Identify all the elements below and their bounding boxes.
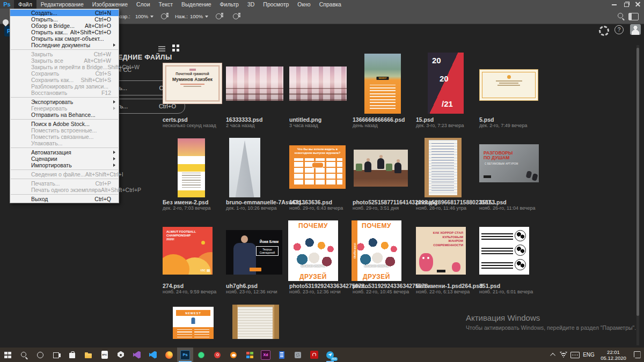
flow-dropdown-icon[interactable]	[205, 16, 208, 18]
menu-item[interactable]: Экспортировать	[10, 99, 119, 105]
scrollbar[interactable]	[636, 45, 639, 345]
menu-item[interactable]: Отправить на Behance...	[10, 112, 119, 118]
tray-chevron-up-icon[interactable]	[548, 348, 558, 362]
utility-app-icon[interactable]	[290, 348, 306, 362]
touch-keyboard-icon[interactable]	[569, 348, 581, 362]
firefox-icon[interactable]	[161, 348, 177, 362]
epic-games-icon[interactable]: EPIC	[97, 348, 113, 362]
file-thumbnail[interactable]	[289, 67, 347, 101]
grid-view-icon[interactable]	[172, 45, 179, 51]
android-studio-icon[interactable]	[193, 348, 209, 362]
file-thumbnail[interactable]: NEWEST	[364, 54, 401, 114]
menubar-item[interactable]: 3D	[243, 0, 259, 9]
restore-icon[interactable]	[620, 0, 632, 9]
file-thumbnail[interactable]: 20 20 /21	[428, 53, 464, 114]
file-thumbnail[interactable]: ПОЧЕМУ ВАЖНО ИМЕТЬ ДРУЗЕЙ theNewest	[352, 220, 401, 281]
file-thumbnail[interactable]	[229, 138, 260, 197]
file-thumbnail[interactable]: NEWEST	[173, 307, 214, 339]
adobe-xd-icon[interactable]: Xd	[258, 348, 274, 362]
file-name[interactable]: 5.psd	[479, 116, 494, 123]
calculator-icon[interactable]	[274, 348, 290, 362]
file-name[interactable]: 35153.psd	[479, 199, 507, 205]
file-explorer-icon[interactable]	[80, 348, 97, 362]
menu-item[interactable]: ВыходCtrl+Q	[10, 196, 119, 202]
menu-item[interactable]: Открыть как смарт-объект...	[10, 35, 119, 42]
gear-icon[interactable]	[599, 26, 609, 36]
file-name[interactable]: Без имени-2.psd	[163, 199, 208, 205]
task-view-icon[interactable]	[48, 348, 64, 362]
visual-studio-icon[interactable]	[129, 348, 145, 362]
menubar-item[interactable]: Справка	[315, 0, 346, 9]
file-name[interactable]: 15.psd	[416, 116, 434, 123]
file-name[interactable]: 1631363636.psd	[289, 199, 332, 205]
acrobat-icon[interactable]	[306, 348, 322, 362]
pen-pressure-icon[interactable]	[215, 12, 223, 20]
menubar-item[interactable]: Файл	[14, 0, 36, 9]
close-icon[interactable]	[632, 0, 644, 9]
file-thumbnail[interactable]: КАК ХОРРОР СТАЛ КУЛЬТОВЫМ ЖАНРОМ СОВРЕМЕ…	[416, 227, 466, 275]
tiles-app-icon[interactable]	[241, 348, 258, 362]
menubar-item[interactable]: Окно	[293, 0, 314, 9]
file-thumbnail[interactable]	[479, 69, 538, 101]
wifi-icon[interactable]	[558, 348, 569, 362]
file-thumbnail[interactable]	[479, 227, 529, 275]
file-thumbnail[interactable]	[232, 305, 279, 339]
file-name[interactable]: 1366666666666.psd	[353, 116, 405, 123]
clock[interactable]: 22:01 05.12.2020	[597, 348, 630, 362]
store-icon[interactable]	[64, 348, 80, 362]
avatar[interactable]	[630, 24, 641, 35]
opacity-dropdown-icon[interactable]	[150, 16, 153, 18]
start-icon[interactable]	[0, 348, 16, 362]
cortana-icon[interactable]	[32, 348, 48, 362]
file-name[interactable]: certs.psd	[163, 116, 188, 123]
unity-icon[interactable]	[113, 348, 129, 362]
menu-item[interactable]: Поиск в Adobe Stock...	[10, 121, 119, 127]
menubar-item[interactable]: Выделение	[177, 0, 216, 9]
menubar-item[interactable]: Изображение	[88, 0, 132, 9]
menu-item[interactable]: Сценарии	[10, 156, 119, 162]
menu-item[interactable]: Последние документы	[10, 42, 119, 48]
photoshop-icon[interactable]: Ps	[177, 348, 193, 362]
airbrush-icon[interactable]	[160, 12, 169, 20]
file-thumbnail[interactable]: Йоав Блам Творцы Совпадений	[226, 230, 282, 275]
menu-item[interactable]: Обзор в Bridge...Alt+Ctrl+O	[10, 23, 119, 29]
menubar-item[interactable]: Фильтр	[216, 0, 243, 9]
file-name[interactable]: untitled.png	[289, 116, 321, 123]
file-name[interactable]: 16333333.psd	[226, 116, 262, 123]
menu-item[interactable]: Импортировать	[10, 162, 119, 168]
file-name[interactable]: uh7gh6.psd	[226, 283, 258, 289]
vscode-icon[interactable]	[145, 348, 161, 362]
file-thumbnail[interactable]	[178, 138, 205, 197]
blender-icon[interactable]	[225, 348, 241, 362]
menubar-item[interactable]: Просмотр	[259, 0, 293, 9]
file-thumbnail[interactable]	[226, 67, 283, 101]
airbrush-mode-icon[interactable]	[232, 12, 240, 20]
language-indicator[interactable]: ENG	[581, 348, 597, 362]
file-thumbnail[interactable]	[425, 138, 462, 197]
notification-center-icon[interactable]	[630, 348, 644, 362]
menubar-item[interactable]: Текст	[155, 0, 177, 9]
workspace-switcher-icon[interactable]	[628, 13, 639, 20]
minimize-icon[interactable]	[609, 0, 620, 9]
file-name[interactable]: Без имени-1.psd264.psd	[416, 283, 482, 289]
telegram-icon[interactable]: 466	[322, 348, 338, 362]
file-name[interactable]: 274.psd	[163, 283, 184, 289]
menu-item[interactable]: Открыть как...Alt+Shift+Ctrl+O	[10, 29, 119, 35]
flow-value[interactable]: 100%	[190, 13, 203, 19]
search-icon[interactable]	[16, 348, 32, 362]
menubar-item[interactable]: Редактирование	[36, 0, 88, 9]
list-view-icon[interactable]	[158, 46, 165, 51]
file-thumbnail[interactable]: Почетной грамотой Муминов Азизбек	[163, 63, 222, 104]
opacity-value[interactable]: 100%	[135, 13, 148, 19]
scrollbar-thumb[interactable]	[636, 48, 639, 316]
file-name[interactable]: 351.psd	[479, 283, 500, 289]
menu-item[interactable]: Открыть...Ctrl+O	[10, 16, 119, 23]
menu-item[interactable]: Создать...Ctrl+N	[10, 10, 119, 16]
file-thumbnail[interactable]: ПОЧЕМУ ВАЖНО ИМЕТЬ ДРУЗЕЙ	[288, 220, 338, 281]
red-app-icon[interactable]	[209, 348, 225, 362]
menubar-item[interactable]: Слои	[132, 0, 155, 9]
help-icon[interactable]: ?	[614, 25, 624, 34]
file-thumbnail[interactable]: РАЗГОВОРЫ ПО ДУШАМ С БЕГИМОВЫМ АРТУРОМ	[479, 144, 539, 182]
file-thumbnail[interactable]: Что бы вы хотели видеть в новогоднем вып…	[289, 145, 346, 189]
search-icon[interactable]	[617, 12, 625, 20]
